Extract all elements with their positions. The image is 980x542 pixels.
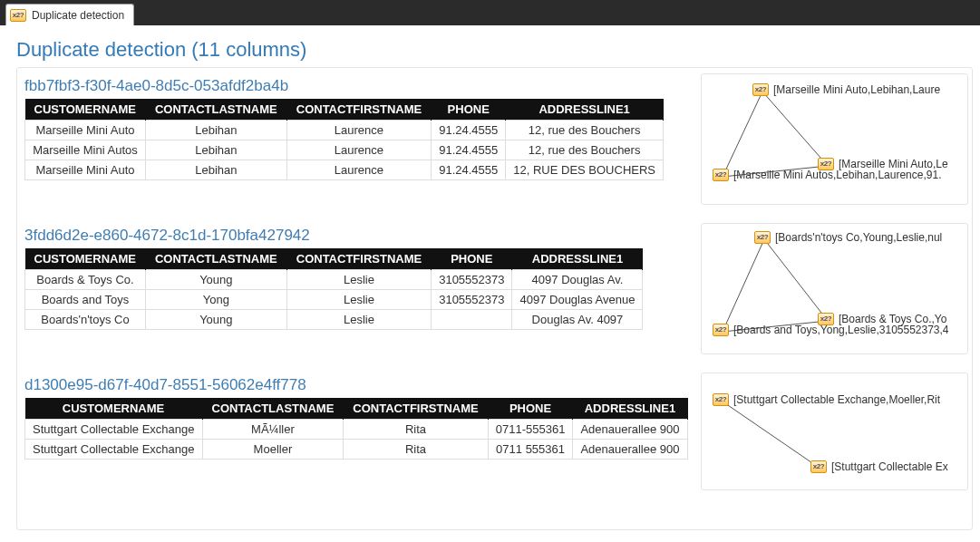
- table-row[interactable]: Marseille Mini AutoLebihanLaurence91.24.…: [25, 160, 664, 180]
- graph-node[interactable]: x2?[Boards'n'toys Co,Young,Leslie,nul: [754, 231, 942, 244]
- duplicate-icon: x2?: [10, 9, 26, 22]
- duplicate-icon: x2?: [810, 460, 827, 473]
- table-cell: [432, 310, 512, 330]
- duplicate-group: 3fdd6d2e-e860-4672-8c1d-170bfa427942CUST…: [24, 223, 972, 354]
- table-cell: Stuttgart Collectable Exchange: [25, 440, 203, 460]
- graph-node[interactable]: x2?[Stuttgart Collectable Ex: [810, 460, 948, 473]
- table-cell: Leslie: [286, 310, 431, 330]
- duplicate-table: CUSTOMERNAMECONTACTLASTNAMECONTACTFIRSTN…: [24, 248, 643, 330]
- table-cell: Boards and Toys: [25, 290, 146, 310]
- table-cell: 0711 555361: [488, 440, 573, 460]
- table-cell: 4097 Douglas Av.: [512, 270, 643, 290]
- table-cell: Marseille Mini Autos: [25, 140, 146, 160]
- group-left: fbb7fbf3-f30f-4ae0-8d5c-053afdf2ba4bCUST…: [24, 73, 671, 180]
- graph-node-label: [Boards'n'toys Co,Young,Leslie,nul: [775, 231, 942, 244]
- table-cell: Leslie: [286, 290, 431, 310]
- graph-node[interactable]: x2?[Marseille Mini Autos,Lebihan,Laurenc…: [713, 169, 941, 181]
- tab-duplicate-detection[interactable]: x2? Duplicate detection: [5, 4, 134, 25]
- table-header: CUSTOMERNAME: [25, 99, 146, 121]
- group-id-title[interactable]: 3fdd6d2e-e860-4672-8c1d-170bfa427942: [24, 227, 643, 245]
- table-row[interactable]: Marseille Mini AutosLebihanLaurence91.24…: [25, 140, 664, 160]
- table-cell: Young: [145, 310, 286, 330]
- table-row[interactable]: Boards and ToysYongLeslie31055523734097 …: [25, 290, 643, 310]
- table-cell: Marseille Mini Auto: [25, 160, 146, 180]
- duplicate-icon: x2?: [754, 231, 771, 244]
- table-header: CONTACTLASTNAME: [202, 398, 344, 420]
- graph-node-label: [Boards & Toys Co.,Yo: [839, 313, 946, 325]
- table-cell: Douglas Av. 4097: [512, 310, 643, 330]
- group-id-title[interactable]: fbb7fbf3-f30f-4ae0-8d5c-053afdf2ba4b: [24, 77, 664, 95]
- table-row[interactable]: Boards & Toys Co.YoungLeslie310555237340…: [25, 270, 643, 290]
- duplicate-group: d1300e95-d67f-40d7-8551-56062e4ff778CUST…: [24, 373, 972, 490]
- table-cell: Leslie: [286, 270, 431, 290]
- table-cell: Rita: [344, 420, 488, 440]
- graph-pane[interactable]: x2?[Stuttgart Collectable Exchange,Moell…: [701, 373, 968, 490]
- graph-node-label: [Marseille Mini Auto,Lebihan,Laure: [773, 83, 940, 96]
- table-header: ADDRESSLINE1: [506, 99, 664, 121]
- table-header: CONTACTFIRSTNAME: [286, 248, 431, 270]
- table-cell: 12, rue des Bouchers: [506, 121, 664, 140]
- duplicate-icon: x2?: [713, 324, 729, 336]
- groups-container: fbb7fbf3-f30f-4ae0-8d5c-053afdf2ba4bCUST…: [16, 67, 973, 530]
- group-left: d1300e95-d67f-40d7-8551-56062e4ff778CUST…: [24, 373, 695, 460]
- graph-node-label: [Boards and Toys,Yong,Leslie,3105552373,…: [733, 324, 949, 336]
- table-header: CUSTOMERNAME: [25, 248, 146, 270]
- graph-node[interactable]: x2?[Stuttgart Collectable Exchange,Moell…: [713, 393, 940, 406]
- table-row[interactable]: Boards'n'toys CoYoungLeslieDouglas Av. 4…: [25, 310, 643, 330]
- table-cell: Laurence: [286, 121, 431, 140]
- graph-node[interactable]: x2?[Marseille Mini Auto,Lebihan,Laure: [752, 83, 940, 96]
- table-row[interactable]: Stuttgart Collectable ExchangeMoellerRit…: [25, 440, 688, 460]
- table-header: ADDRESSLINE1: [573, 398, 687, 420]
- duplicate-table: CUSTOMERNAMECONTACTLASTNAMECONTACTFIRSTN…: [24, 398, 688, 460]
- table-row[interactable]: Stuttgart Collectable ExchangeMÃ¼llerRit…: [25, 420, 688, 440]
- table-cell: Lebihan: [145, 160, 286, 180]
- graph-node-label: [Marseille Mini Autos,Lebihan,Laurence,9…: [733, 169, 941, 181]
- table-header: PHONE: [432, 248, 512, 270]
- table-cell: MÃ¼ller: [202, 420, 344, 440]
- table-cell: Lebihan: [145, 140, 286, 160]
- table-header: PHONE: [432, 99, 506, 121]
- table-cell: Rita: [344, 440, 488, 460]
- table-header: CUSTOMERNAME: [25, 398, 203, 420]
- duplicate-icon: x2?: [713, 169, 729, 181]
- table-cell: 91.24.4555: [432, 121, 506, 140]
- table-header: CONTACTFIRSTNAME: [286, 99, 431, 121]
- svg-line-0: [723, 92, 762, 177]
- table-cell: 91.24.4555: [432, 160, 506, 180]
- table-cell: Lebihan: [145, 121, 286, 140]
- table-cell: 12, RUE DES BOUCHERS: [506, 160, 664, 180]
- table-cell: 3105552373: [432, 270, 512, 290]
- table-cell: 91.24.4555: [432, 140, 506, 160]
- table-cell: Laurence: [286, 160, 431, 180]
- svg-line-3: [723, 239, 764, 332]
- table-cell: Yong: [145, 290, 286, 310]
- table-cell: Boards'n'toys Co: [25, 310, 146, 330]
- graph-pane[interactable]: x2?[Marseille Mini Auto,Lebihan,Laurex2?…: [701, 73, 968, 205]
- svg-line-6: [723, 402, 820, 469]
- graph-node[interactable]: x2?[Marseille Mini Auto,Le: [818, 158, 948, 170]
- table-cell: Stuttgart Collectable Exchange: [25, 420, 203, 440]
- table-cell: Adenauerallee 900: [573, 420, 687, 440]
- graph-node[interactable]: x2?[Boards & Toys Co.,Yo: [818, 313, 946, 325]
- table-header: CONTACTFIRSTNAME: [344, 398, 488, 420]
- graph-node-label: [Stuttgart Collectable Exchange,Moeller,…: [733, 393, 940, 406]
- top-bar: x2? Duplicate detection: [0, 0, 980, 25]
- table-cell: Adenauerallee 900: [573, 440, 687, 460]
- group-id-title[interactable]: d1300e95-d67f-40d7-8551-56062e4ff778: [24, 376, 688, 394]
- graph-pane[interactable]: x2?[Boards'n'toys Co,Young,Leslie,nulx2?…: [701, 223, 968, 354]
- table-cell: Laurence: [286, 140, 431, 160]
- page-title: Duplicate detection (11 columns): [0, 25, 980, 67]
- table-header: ADDRESSLINE1: [512, 248, 643, 270]
- svg-line-4: [764, 239, 828, 321]
- graph-node[interactable]: x2?[Boards and Toys,Yong,Leslie,31055523…: [713, 324, 949, 336]
- graph-node-label: [Marseille Mini Auto,Le: [839, 158, 948, 170]
- table-cell: Marseille Mini Auto: [25, 121, 146, 140]
- tab-label: Duplicate detection: [32, 9, 124, 22]
- duplicate-icon: x2?: [752, 83, 769, 96]
- svg-line-1: [762, 92, 828, 166]
- table-cell: 3105552373: [432, 290, 512, 310]
- table-row[interactable]: Marseille Mini AutoLebihanLaurence91.24.…: [25, 121, 664, 140]
- table-header: PHONE: [488, 398, 573, 420]
- graph-node-label: [Stuttgart Collectable Ex: [831, 460, 948, 473]
- group-left: 3fdd6d2e-e860-4672-8c1d-170bfa427942CUST…: [24, 223, 650, 330]
